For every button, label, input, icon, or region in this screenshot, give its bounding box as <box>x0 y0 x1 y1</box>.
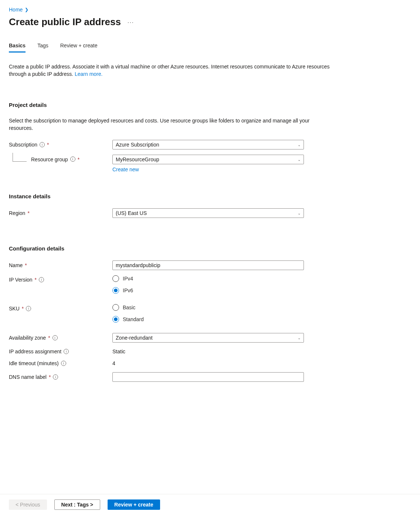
ip-assignment-label: IP address assignment <box>9 349 61 354</box>
tabs: Basics Tags Review + create <box>9 43 411 53</box>
required-indicator: * <box>78 156 79 162</box>
more-actions-icon[interactable]: ··· <box>128 19 134 25</box>
dns-name-label: DNS name label <box>9 374 47 380</box>
info-icon[interactable]: i <box>39 277 44 282</box>
ipv4-radio-label: IPv4 <box>123 276 133 282</box>
idle-timeout-label: Idle timeout (minutes) <box>9 360 59 366</box>
subscription-label: Subscription <box>9 142 37 148</box>
idle-timeout-value: 4 <box>112 360 115 366</box>
chevron-right-icon: ❯ <box>25 7 28 12</box>
availability-zone-label: Availability zone <box>9 335 46 341</box>
create-new-rg-link[interactable]: Create new <box>112 166 139 172</box>
chevron-down-icon: ⌄ <box>298 143 301 147</box>
previous-button: < Previous <box>9 499 47 510</box>
required-indicator: * <box>27 210 29 216</box>
name-input[interactable] <box>112 260 304 270</box>
info-icon[interactable]: i <box>26 306 31 311</box>
chevron-down-icon: ⌄ <box>298 158 301 162</box>
ipv4-radio[interactable]: IPv4 <box>112 275 304 282</box>
resource-group-dropdown[interactable]: MyResourceGroup ⌄ <box>112 155 304 164</box>
required-indicator: * <box>49 374 51 380</box>
sku-basic-radio[interactable]: Basic <box>112 304 304 311</box>
required-indicator: * <box>35 277 37 283</box>
project-details-heading: Project details <box>9 102 411 108</box>
dns-name-input[interactable] <box>112 372 304 382</box>
info-icon[interactable]: i <box>40 142 45 147</box>
tree-connector-icon <box>13 153 27 162</box>
breadcrumb-home[interactable]: Home <box>9 7 23 13</box>
chevron-down-icon: ⌄ <box>298 336 301 340</box>
next-tags-button[interactable]: Next : Tags > <box>54 499 101 510</box>
region-dropdown[interactable]: (US) East US ⌄ <box>112 208 304 218</box>
ip-version-label: IP Version <box>9 277 33 283</box>
chevron-down-icon: ⌄ <box>298 211 301 215</box>
tab-basics[interactable]: Basics <box>9 43 26 53</box>
info-icon[interactable]: i <box>53 374 58 380</box>
sku-standard-radio[interactable]: Standard <box>112 316 304 323</box>
project-details-desc: Select the subscription to manage deploy… <box>9 117 334 132</box>
info-icon[interactable]: i <box>70 156 75 162</box>
info-icon[interactable]: i <box>64 349 69 354</box>
ipv6-radio-label: IPv6 <box>123 287 133 293</box>
name-label: Name <box>9 262 23 268</box>
intro-text: Create a public IP address. Associate it… <box>9 63 334 78</box>
page-title: Create public IP address <box>9 16 121 28</box>
required-indicator: * <box>22 306 24 312</box>
tab-tags[interactable]: Tags <box>37 43 48 53</box>
ipv6-radio[interactable]: IPv6 <box>112 287 304 294</box>
config-details-heading: Configuration details <box>9 245 411 252</box>
review-create-button[interactable]: Review + create <box>108 499 160 510</box>
required-indicator: * <box>47 142 49 148</box>
ip-assignment-value: Static <box>112 349 125 354</box>
subscription-dropdown[interactable]: Azure Subscription ⌄ <box>112 140 304 149</box>
footer-bar: < Previous Next : Tags > Review + create <box>0 494 420 515</box>
breadcrumb: Home ❯ <box>9 7 411 13</box>
info-icon[interactable]: i <box>61 361 66 366</box>
region-label: Region <box>9 210 25 216</box>
sku-standard-label: Standard <box>123 316 144 322</box>
resource-group-label: Resource group <box>31 156 68 162</box>
required-indicator: * <box>48 335 50 341</box>
learn-more-link[interactable]: Learn more. <box>75 71 102 77</box>
sku-basic-label: Basic <box>123 304 135 310</box>
availability-zone-dropdown[interactable]: Zone-redundant ⌄ <box>112 333 304 343</box>
info-icon[interactable]: i <box>52 335 58 340</box>
sku-label: SKU <box>9 306 20 312</box>
required-indicator: * <box>25 262 27 268</box>
tab-review[interactable]: Review + create <box>60 43 98 53</box>
instance-details-heading: Instance details <box>9 193 411 199</box>
